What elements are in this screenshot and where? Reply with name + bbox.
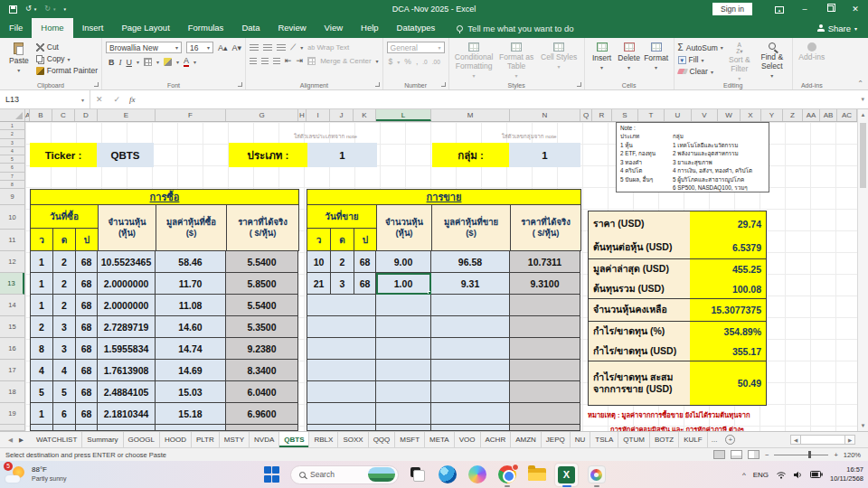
buy-cell[interactable]: 4 <box>31 360 53 381</box>
bold-button[interactable]: B <box>108 58 115 67</box>
sheet-tab-rblx[interactable]: RBLX <box>309 432 338 447</box>
sheet-tab-voo[interactable]: VOO <box>455 432 481 447</box>
copy-button[interactable]: Copy▾ <box>36 54 98 63</box>
buy-cell[interactable]: 68 <box>76 360 98 381</box>
buy-cell[interactable]: 5.5400 <box>226 295 298 316</box>
selected-cell-L13[interactable]: 1.00 <box>376 273 431 295</box>
column-header-AC[interactable]: AC <box>837 109 857 121</box>
delete-cells-button[interactable]: Delete▾ <box>616 41 643 70</box>
summary-value[interactable]: 50.49 <box>690 361 766 405</box>
sheet-nav-right-icon[interactable]: ▶ <box>19 436 24 444</box>
undo-dropdown-icon[interactable]: ▾ <box>34 6 37 12</box>
styles-dialog-launcher-icon[interactable] <box>577 82 581 87</box>
format-as-table-button[interactable]: Format as Table▾ <box>495 41 538 79</box>
column-header-H[interactable]: H <box>298 109 307 121</box>
file-explorer-button[interactable] <box>525 464 548 486</box>
column-header-C[interactable]: C <box>52 109 75 121</box>
sale-cell[interactable] <box>431 316 510 338</box>
task-view-button[interactable] <box>406 464 429 486</box>
grow-font-icon[interactable]: A▴ <box>218 43 228 52</box>
increase-indent-icon[interactable]: ⇥ <box>297 56 304 65</box>
buy-cell[interactable] <box>31 425 53 431</box>
sale-price-header[interactable]: ราคาที่ได้จริง( $/หุ้น) <box>511 205 581 251</box>
buy-cell[interactable]: 1 <box>31 251 53 273</box>
summary-value[interactable]: 354.89% <box>690 322 766 342</box>
scroll-up-icon[interactable]: ▲ <box>858 112 868 117</box>
decrease-indent-icon[interactable]: ⇤ <box>285 56 292 65</box>
sale-day-header[interactable]: ว <box>307 229 331 250</box>
format-cells-button[interactable]: Format▾ <box>643 41 670 70</box>
sale-date-header[interactable]: วันที่ขาย <box>307 205 376 229</box>
ribbon-tab-help[interactable]: Help <box>352 18 388 38</box>
customize-qat-icon[interactable]: ▾ <box>63 6 66 12</box>
buy-cell[interactable]: 3 <box>53 338 76 360</box>
buy-cell[interactable]: 68 <box>76 381 98 403</box>
sale-cell[interactable]: 96.58 <box>431 251 510 273</box>
close-button[interactable]: ✕ <box>843 0 868 18</box>
buy-cell[interactable]: 1 <box>31 273 53 295</box>
buy-cell[interactable]: 4 <box>53 360 76 381</box>
wrap-text-button[interactable]: ab Wrap Text <box>307 43 349 52</box>
column-header-Y[interactable]: Y <box>761 109 783 121</box>
buy-cell[interactable]: 9.2380 <box>226 338 298 360</box>
sale-cell[interactable] <box>307 295 376 316</box>
buy-cell[interactable]: 68 <box>76 338 98 360</box>
column-header-R[interactable]: R <box>592 109 612 121</box>
buy-cell[interactable]: 11.70 <box>156 273 226 295</box>
buy-cell[interactable]: 2 <box>53 251 76 273</box>
ribbon-tab-data[interactable]: Data <box>232 18 269 38</box>
buy-value-header[interactable]: มูลค่าหุ้นที่ซื้อ($) <box>156 205 227 251</box>
sale-cell[interactable] <box>510 381 580 403</box>
formula-input[interactable] <box>143 90 862 108</box>
buy-cell[interactable]: 2 <box>53 273 76 295</box>
row-header-12[interactable]: 12 <box>0 251 24 273</box>
row-header-2[interactable]: 2 <box>0 130 24 138</box>
merge-center-button[interactable]: Merge & Center <box>320 57 371 65</box>
sale-cell[interactable] <box>510 295 580 316</box>
align-right-icon[interactable] <box>273 58 280 64</box>
fill-button[interactable]: ▼Fill▾ <box>678 55 723 64</box>
sale-cell[interactable] <box>376 403 431 425</box>
buy-cell[interactable]: 68 <box>76 316 98 338</box>
buy-cell[interactable] <box>98 425 156 431</box>
row-header-8[interactable]: 8 <box>0 181 24 189</box>
row-header-9[interactable]: 9 <box>0 189 24 205</box>
align-left-icon[interactable] <box>250 58 257 64</box>
tell-me-box[interactable]: Tell me what you want to do <box>457 18 573 38</box>
column-header-Q[interactable]: Q <box>580 109 592 121</box>
summary-value[interactable]: 15.3077375 <box>690 299 766 321</box>
align-top-icon[interactable] <box>250 44 259 51</box>
sheet-tab-qbts[interactable]: QBTS <box>279 432 309 447</box>
buy-cell[interactable] <box>76 425 98 431</box>
buy-price-header[interactable]: ราคาที่ได้จริง( $/หุ้น) <box>227 205 299 251</box>
sheet-tab-watchlist[interactable]: WATCHLIST <box>32 432 82 447</box>
summary-value[interactable]: 455.25 <box>690 259 766 279</box>
sale-cell[interactable]: 3 <box>331 273 354 295</box>
buy-cell[interactable]: 5.5400 <box>226 251 298 273</box>
buy-cell[interactable]: 2.0000000 <box>98 273 156 295</box>
column-header-U[interactable]: U <box>665 109 692 121</box>
buy-cell[interactable]: 1.5955834 <box>98 338 156 360</box>
hscroll-right-icon[interactable]: ▶ <box>844 435 855 445</box>
font-name-combobox[interactable]: Browallia New▾ <box>106 42 182 53</box>
row-header-7[interactable]: 7 <box>0 173 24 181</box>
fill-handle[interactable] <box>428 291 431 295</box>
sheet-tab-nvda[interactable]: NVDA <box>250 432 279 447</box>
sale-value-header[interactable]: มูลค่าหุ้นที่ขาย($) <box>432 205 511 251</box>
expand-formula-bar-icon[interactable]: ▾ <box>861 96 864 103</box>
undo-icon[interactable]: ↺ <box>25 5 32 13</box>
ribbon-tab-home[interactable]: Home <box>32 18 72 38</box>
sale-cell[interactable] <box>376 295 431 316</box>
row-header-17[interactable]: 17 <box>0 360 24 381</box>
sheet-tab-jepq[interactable]: JEPQ <box>542 432 571 447</box>
conditional-formatting-button[interactable]: Conditional Formatting▾ <box>453 41 495 79</box>
ribbon-tab-insert[interactable]: Insert <box>73 18 113 38</box>
vertical-scroll-thumb[interactable] <box>860 123 866 188</box>
name-box-dropdown-icon[interactable]: ▾ <box>81 97 84 103</box>
buy-date-header[interactable]: วันที่ซื้อ <box>31 205 98 229</box>
edge-button[interactable] <box>436 464 458 486</box>
buy-cell[interactable]: 5.3500 <box>226 316 298 338</box>
buy-cell[interactable]: 1.7613908 <box>98 360 156 381</box>
insert-function-icon[interactable]: fx <box>129 95 136 104</box>
sheet-tab-summary[interactable]: Summary <box>82 432 123 447</box>
